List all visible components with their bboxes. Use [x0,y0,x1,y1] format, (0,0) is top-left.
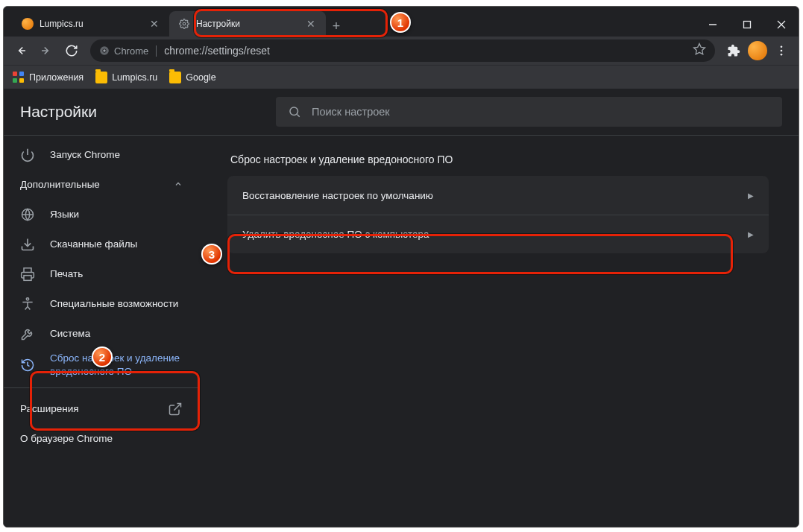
chevron-right-icon: ▶ [748,230,754,238]
section-title: Сброс настроек и удаление вредоносного П… [227,153,769,165]
svg-rect-20 [24,276,31,281]
site-info[interactable]: Chrome [99,45,157,57]
settings-page: Настройки Запуск Chrome Дополнительные [4,89,799,527]
apps-shortcut[interactable]: Приложения [13,72,84,83]
row-label: Восстановление настроек по умолчанию [242,190,433,201]
sidebar-item-accessibility[interactable]: Специальные возможности [4,289,198,319]
settings-body: Запуск Chrome Дополнительные Языки Скача… [4,135,799,527]
content-area: Сброс настроек и удаление вредоносного П… [198,136,799,527]
tab-settings[interactable]: Настройки ✕ [169,11,326,37]
window-controls [696,13,799,37]
sidebar: Запуск Chrome Дополнительные Языки Скача… [4,136,198,527]
favicon-orange-icon [22,18,34,30]
sidebar-label: Система [50,327,183,341]
folder-icon [95,72,107,83]
search-icon [288,105,301,118]
apps-label: Приложения [29,72,84,83]
row-cleanup[interactable]: Удалить вредоносное ПО с компьютера ▶ [227,215,769,253]
restore-icon [20,358,35,373]
folder-icon [169,72,181,83]
bookmarks-bar: Приложения Lumpics.ru Google [4,65,799,89]
sidebar-item-extensions[interactable]: Расширения [4,394,198,424]
chevron-right-icon: ▶ [748,191,754,200]
sidebar-item-downloads[interactable]: Скачанные файлы [4,229,198,259]
globe-icon [20,207,35,222]
bookmark-star-icon[interactable] [693,42,706,59]
svg-point-9 [103,49,106,52]
forward-button[interactable] [35,39,57,62]
reload-button[interactable] [60,39,83,62]
minimize-button[interactable] [696,13,730,37]
tab-close-icon[interactable]: ✕ [305,18,317,30]
svg-line-22 [174,404,180,411]
sidebar-label: О браузере Chrome [20,432,183,446]
printer-icon [20,267,35,282]
svg-point-0 [183,22,186,25]
accessibility-icon [20,297,35,311]
svg-point-12 [781,50,783,52]
svg-point-13 [781,54,783,56]
sidebar-item-languages[interactable]: Языки [4,200,198,229]
tab-title: Lumpics.ru [40,19,148,29]
sidebar-label: Запуск Chrome [50,148,183,162]
sidebar-label: Сброс настроек и удаление вредоносного П… [50,352,183,379]
svg-line-15 [297,114,299,116]
tab-title: Настройки [196,19,305,29]
settings-header: Настройки [4,89,799,135]
sidebar-label: Скачанные файлы [50,238,183,251]
back-button[interactable] [10,39,32,62]
maximize-button[interactable] [730,13,764,37]
url-text: chrome://settings/reset [164,45,685,57]
sidebar-item-startup[interactable]: Запуск Chrome [4,140,198,170]
sidebar-section-advanced[interactable]: Дополнительные [4,170,198,200]
address-bar[interactable]: Chrome chrome://settings/reset [90,39,715,62]
new-tab-button[interactable]: + [326,16,347,37]
bookmark-label: Lumpics.ru [112,72,157,83]
search-input[interactable] [312,106,770,118]
chrome-logo-icon [99,45,110,56]
sidebar-label: Печать [50,267,183,281]
bookmark-label: Google [186,72,215,83]
sidebar-item-system[interactable]: Система [4,319,198,349]
settings-card: Восстановление настроек по умолчанию ▶ У… [227,176,769,253]
row-label: Удалить вредоносное ПО с компьютера [242,229,429,240]
sidebar-label: Специальные возможности [50,297,183,311]
profile-avatar[interactable] [748,41,767,60]
settings-search[interactable] [276,97,782,127]
gear-icon [178,18,190,30]
sidebar-label: Языки [50,208,183,221]
download-icon [20,237,35,252]
extensions-button[interactable] [722,39,745,62]
sidebar-item-about[interactable]: О браузере Chrome [4,424,198,454]
apps-icon [13,72,25,83]
title-bar: Lumpics.ru ✕ Настройки ✕ + [4,7,799,37]
svg-point-14 [290,107,298,115]
tab-close-icon[interactable]: ✕ [148,18,160,30]
menu-button[interactable] [770,39,793,62]
tab-strip: Lumpics.ru ✕ Настройки ✕ + [4,7,696,37]
divider [4,387,198,388]
sidebar-label: Дополнительные [20,178,159,191]
bookmark-folder-google[interactable]: Google [169,72,215,83]
sidebar-item-reset[interactable]: Сброс настроек и удаление вредоносного П… [4,349,198,381]
close-button[interactable] [764,13,799,37]
toolbar: Chrome chrome://settings/reset [4,37,799,65]
svg-point-21 [26,298,28,300]
wrench-icon [20,326,35,341]
row-restore-defaults[interactable]: Восстановление настроек по умолчанию ▶ [227,176,769,215]
external-link-icon [168,402,183,417]
svg-point-11 [781,45,783,48]
bookmark-folder-lumpics[interactable]: Lumpics.ru [95,72,157,83]
chevron-up-icon [174,180,183,191]
svg-rect-2 [744,22,751,28]
tab-lumpics[interactable]: Lumpics.ru ✕ [13,11,169,37]
sidebar-item-print[interactable]: Печать [4,259,198,289]
sidebar-label: Расширения [20,402,153,416]
page-title: Настройки [20,103,97,121]
svg-marker-10 [694,44,705,54]
power-icon [20,148,35,162]
chrome-label: Chrome [114,45,148,57]
browser-window: Lumpics.ru ✕ Настройки ✕ + Chr [3,6,799,528]
